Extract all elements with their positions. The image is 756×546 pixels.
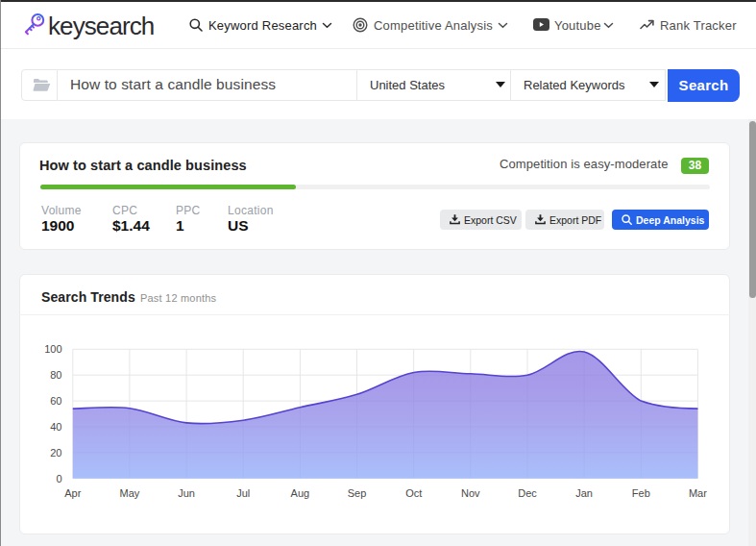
- svg-text:Jun: Jun: [178, 487, 195, 499]
- svg-text:May: May: [120, 487, 140, 499]
- svg-text:100: 100: [44, 343, 61, 355]
- svg-text:Jul: Jul: [236, 487, 250, 499]
- svg-text:Dec: Dec: [518, 487, 537, 499]
- svg-text:Aug: Aug: [291, 487, 310, 499]
- svg-text:Sep: Sep: [348, 487, 367, 499]
- svg-text:Jan: Jan: [575, 487, 593, 499]
- svg-text:Nov: Nov: [461, 487, 480, 499]
- svg-text:80: 80: [50, 369, 61, 381]
- svg-text:20: 20: [50, 447, 61, 459]
- svg-text:60: 60: [50, 395, 61, 407]
- svg-text:0: 0: [56, 473, 61, 484]
- svg-text:Mar: Mar: [689, 487, 707, 499]
- svg-text:Apr: Apr: [64, 487, 81, 499]
- svg-text:40: 40: [50, 421, 61, 433]
- svg-text:Oct: Oct: [405, 487, 422, 499]
- svg-text:Feb: Feb: [632, 487, 650, 499]
